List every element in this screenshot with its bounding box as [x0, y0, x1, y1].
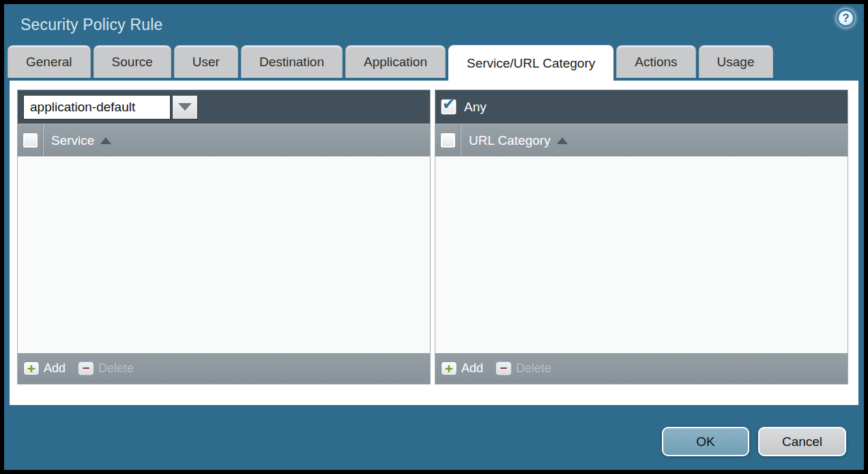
url-category-footer-bar: + Add − Delete — [435, 353, 848, 384]
tab-destination[interactable]: Destination — [241, 45, 343, 78]
help-icon[interactable]: ? — [837, 9, 855, 27]
any-checkbox[interactable]: ✔ — [441, 99, 457, 115]
any-label: Any — [464, 100, 487, 115]
tab-service-url-category[interactable]: Service/URL Category — [448, 45, 613, 81]
service-select-all-checkbox[interactable] — [23, 133, 38, 148]
url-category-panel: ✔ Any URL Category + Add − Delete — [435, 89, 848, 385]
url-category-list — [435, 156, 848, 353]
dialog-action-buttons: OK Cancel — [662, 427, 846, 456]
service-panel: application-default Service + Add — [17, 89, 431, 385]
service-type-bar: application-default — [18, 90, 430, 124]
service-column-header[interactable]: Service — [18, 124, 430, 156]
url-category-column-header[interactable]: URL Category — [435, 124, 848, 156]
page-title: Security Policy Rule — [20, 16, 163, 34]
service-type-dropdown-button[interactable] — [172, 95, 198, 120]
title-bar: Security Policy Rule — [4, 4, 864, 45]
url-category-delete-button[interactable]: − Delete — [495, 361, 551, 376]
service-column-label: Service — [51, 133, 94, 148]
add-icon: + — [23, 361, 40, 376]
security-policy-rule-dialog: Security Policy Rule ? General Source Us… — [4, 4, 864, 470]
ok-button[interactable]: OK — [662, 427, 749, 456]
url-category-add-button[interactable]: + Add — [441, 361, 483, 376]
tab-user[interactable]: User — [174, 45, 238, 78]
chevron-down-icon — [178, 103, 192, 111]
service-footer-bar: + Add − Delete — [18, 353, 430, 384]
service-list — [18, 156, 430, 353]
minus-icon: − — [78, 361, 94, 376]
add-icon: + — [441, 361, 457, 376]
url-category-select-all-cell — [435, 124, 461, 156]
service-delete-button[interactable]: − Delete — [78, 361, 134, 376]
url-category-select-all-checkbox[interactable] — [440, 133, 456, 148]
url-category-column-label: URL Category — [469, 133, 551, 148]
checkmark-icon: ✔ — [442, 96, 455, 112]
tab-application[interactable]: Application — [345, 45, 446, 78]
sort-ascending-icon — [557, 137, 568, 144]
tab-source[interactable]: Source — [93, 45, 171, 78]
cancel-button[interactable]: Cancel — [758, 427, 846, 456]
tab-bar: General Source User Destination Applicat… — [4, 45, 864, 81]
tab-general[interactable]: General — [8, 45, 91, 78]
service-type-dropdown[interactable]: application-default — [23, 95, 171, 120]
service-select-all-cell — [18, 124, 44, 156]
tab-actions[interactable]: Actions — [616, 45, 695, 78]
tab-content-service-url-category: application-default Service + Add — [10, 81, 858, 405]
url-category-any-bar: ✔ Any — [435, 90, 848, 124]
tab-usage[interactable]: Usage — [699, 45, 773, 78]
sort-ascending-icon — [100, 137, 111, 144]
minus-icon: − — [495, 361, 512, 376]
service-add-button[interactable]: + Add — [23, 361, 66, 376]
